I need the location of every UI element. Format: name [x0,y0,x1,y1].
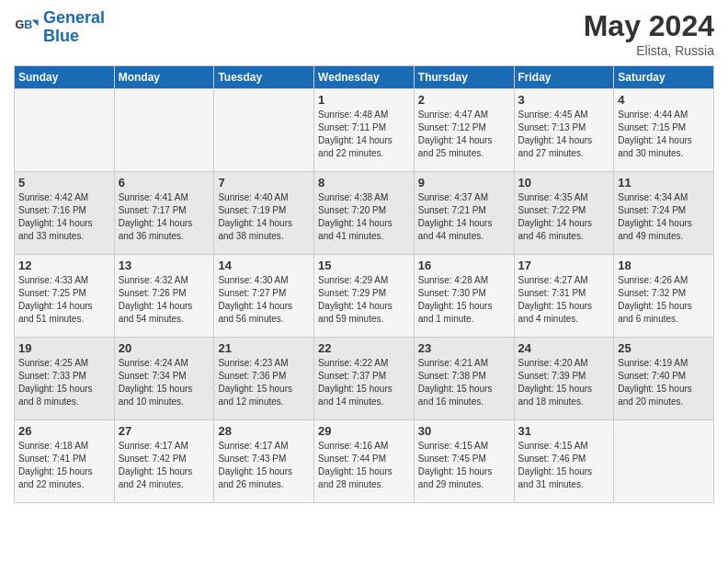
day-number: 12 [18,259,110,272]
day-info: Sunrise: 4:45 AM Sunset: 7:13 PM Dayligh… [518,109,610,160]
calendar-cell: 5Sunrise: 4:42 AM Sunset: 7:16 PM Daylig… [15,172,115,255]
logo-general: General [43,8,105,27]
logo-icon: G B [14,15,40,40]
day-number: 11 [618,176,710,190]
day-info: Sunrise: 4:44 AM Sunset: 7:15 PM Dayligh… [618,109,710,160]
day-info: Sunrise: 4:16 AM Sunset: 7:44 PM Dayligh… [318,440,410,491]
logo-blue: Blue [43,27,79,45]
day-number: 6 [119,176,210,190]
calendar-cell: 23Sunrise: 4:21 AM Sunset: 7:38 PM Dayli… [414,338,514,420]
day-info: Sunrise: 4:15 AM Sunset: 7:45 PM Dayligh… [418,440,510,491]
calendar-cell: 29Sunrise: 4:16 AM Sunset: 7:44 PM Dayli… [314,420,415,503]
day-number: 27 [119,424,210,438]
day-info: Sunrise: 4:22 AM Sunset: 7:37 PM Dayligh… [318,357,410,408]
page-container: G B General Blue May 2024 Elista, Russia… [0,0,728,517]
calendar-cell: 17Sunrise: 4:27 AM Sunset: 7:31 PM Dayli… [514,255,614,338]
title-block: May 2024 Elista, Russia [584,9,714,58]
logo: G B General Blue [14,9,105,46]
calendar-cell [214,89,314,172]
calendar-table: SundayMondayTuesdayWednesdayThursdayFrid… [14,65,714,503]
calendar-cell: 19Sunrise: 4:25 AM Sunset: 7:33 PM Dayli… [15,338,115,420]
day-info: Sunrise: 4:23 AM Sunset: 7:36 PM Dayligh… [218,357,310,408]
day-info: Sunrise: 4:38 AM Sunset: 7:20 PM Dayligh… [318,191,410,243]
day-info: Sunrise: 4:30 AM Sunset: 7:27 PM Dayligh… [218,274,310,326]
day-info: Sunrise: 4:29 AM Sunset: 7:29 PM Dayligh… [318,274,410,326]
day-number: 30 [418,424,510,438]
day-number: 21 [218,341,310,355]
day-number: 3 [518,93,610,107]
weekday-header-wednesday: Wednesday [314,66,415,89]
day-info: Sunrise: 4:24 AM Sunset: 7:34 PM Dayligh… [119,357,210,408]
day-number: 19 [18,341,110,355]
day-info: Sunrise: 4:18 AM Sunset: 7:41 PM Dayligh… [18,440,110,491]
calendar-cell: 10Sunrise: 4:35 AM Sunset: 7:22 PM Dayli… [514,172,614,255]
day-info: Sunrise: 4:15 AM Sunset: 7:46 PM Dayligh… [518,440,610,491]
calendar-cell: 8Sunrise: 4:38 AM Sunset: 7:20 PM Daylig… [314,172,415,255]
calendar-cell [614,420,714,503]
day-number: 26 [18,424,110,438]
calendar-week-row: 1Sunrise: 4:48 AM Sunset: 7:11 PM Daylig… [15,89,714,172]
calendar-cell: 1Sunrise: 4:48 AM Sunset: 7:11 PM Daylig… [314,89,415,172]
day-number: 14 [218,259,310,272]
day-info: Sunrise: 4:48 AM Sunset: 7:11 PM Dayligh… [318,109,410,160]
day-number: 18 [618,259,710,272]
weekday-header-saturday: Saturday [614,66,714,89]
day-number: 13 [119,259,210,272]
day-info: Sunrise: 4:37 AM Sunset: 7:21 PM Dayligh… [418,191,510,243]
svg-text:B: B [24,18,32,31]
day-info: Sunrise: 4:20 AM Sunset: 7:39 PM Dayligh… [518,357,610,408]
day-number: 17 [518,259,610,272]
day-number: 5 [18,176,110,190]
day-number: 1 [318,93,410,107]
day-number: 22 [318,341,410,355]
day-number: 25 [618,341,710,355]
calendar-cell: 25Sunrise: 4:19 AM Sunset: 7:40 PM Dayli… [614,338,714,420]
day-number: 4 [618,93,710,107]
calendar-week-row: 12Sunrise: 4:33 AM Sunset: 7:25 PM Dayli… [15,255,714,338]
weekday-header-thursday: Thursday [414,66,514,89]
calendar-cell: 4Sunrise: 4:44 AM Sunset: 7:15 PM Daylig… [614,89,714,172]
calendar-cell: 22Sunrise: 4:22 AM Sunset: 7:37 PM Dayli… [314,338,415,420]
calendar-cell: 3Sunrise: 4:45 AM Sunset: 7:13 PM Daylig… [514,89,614,172]
svg-text:G: G [15,18,24,31]
day-info: Sunrise: 4:26 AM Sunset: 7:32 PM Dayligh… [618,274,710,326]
day-number: 23 [418,341,510,355]
calendar-week-row: 5Sunrise: 4:42 AM Sunset: 7:16 PM Daylig… [15,172,714,255]
day-info: Sunrise: 4:40 AM Sunset: 7:19 PM Dayligh… [218,191,310,243]
calendar-cell: 14Sunrise: 4:30 AM Sunset: 7:27 PM Dayli… [214,255,314,338]
day-number: 10 [518,176,610,190]
day-info: Sunrise: 4:25 AM Sunset: 7:33 PM Dayligh… [18,357,110,408]
day-info: Sunrise: 4:47 AM Sunset: 7:12 PM Dayligh… [418,109,510,160]
day-number: 31 [518,424,610,438]
day-number: 2 [418,93,510,107]
day-info: Sunrise: 4:17 AM Sunset: 7:42 PM Dayligh… [119,440,210,491]
logo-text: General Blue [43,9,105,46]
calendar-cell: 11Sunrise: 4:34 AM Sunset: 7:24 PM Dayli… [614,172,714,255]
calendar-cell: 21Sunrise: 4:23 AM Sunset: 7:36 PM Dayli… [214,338,314,420]
day-info: Sunrise: 4:27 AM Sunset: 7:31 PM Dayligh… [518,274,610,326]
day-info: Sunrise: 4:21 AM Sunset: 7:38 PM Dayligh… [418,357,510,408]
day-number: 28 [218,424,310,438]
day-number: 8 [318,176,410,190]
calendar-cell: 28Sunrise: 4:17 AM Sunset: 7:43 PM Dayli… [214,420,314,503]
calendar-cell: 9Sunrise: 4:37 AM Sunset: 7:21 PM Daylig… [414,172,514,255]
calendar-cell: 15Sunrise: 4:29 AM Sunset: 7:29 PM Dayli… [314,255,415,338]
weekday-header-monday: Monday [114,66,214,89]
weekday-header-tuesday: Tuesday [214,66,314,89]
calendar-cell: 26Sunrise: 4:18 AM Sunset: 7:41 PM Dayli… [15,420,115,503]
svg-marker-2 [32,19,39,26]
day-number: 20 [119,341,210,355]
day-info: Sunrise: 4:19 AM Sunset: 7:40 PM Dayligh… [618,357,710,408]
calendar-cell: 31Sunrise: 4:15 AM Sunset: 7:46 PM Dayli… [514,420,614,503]
calendar-cell: 30Sunrise: 4:15 AM Sunset: 7:45 PM Dayli… [414,420,514,503]
calendar-cell: 20Sunrise: 4:24 AM Sunset: 7:34 PM Dayli… [114,338,214,420]
day-number: 29 [318,424,410,438]
day-info: Sunrise: 4:17 AM Sunset: 7:43 PM Dayligh… [218,440,310,491]
day-info: Sunrise: 4:32 AM Sunset: 7:26 PM Dayligh… [119,274,210,326]
calendar-cell: 24Sunrise: 4:20 AM Sunset: 7:39 PM Dayli… [514,338,614,420]
header: G B General Blue May 2024 Elista, Russia [14,9,714,58]
day-info: Sunrise: 4:35 AM Sunset: 7:22 PM Dayligh… [518,191,610,243]
weekday-header-sunday: Sunday [15,66,115,89]
day-info: Sunrise: 4:42 AM Sunset: 7:16 PM Dayligh… [18,191,110,243]
calendar-cell: 16Sunrise: 4:28 AM Sunset: 7:30 PM Dayli… [414,255,514,338]
